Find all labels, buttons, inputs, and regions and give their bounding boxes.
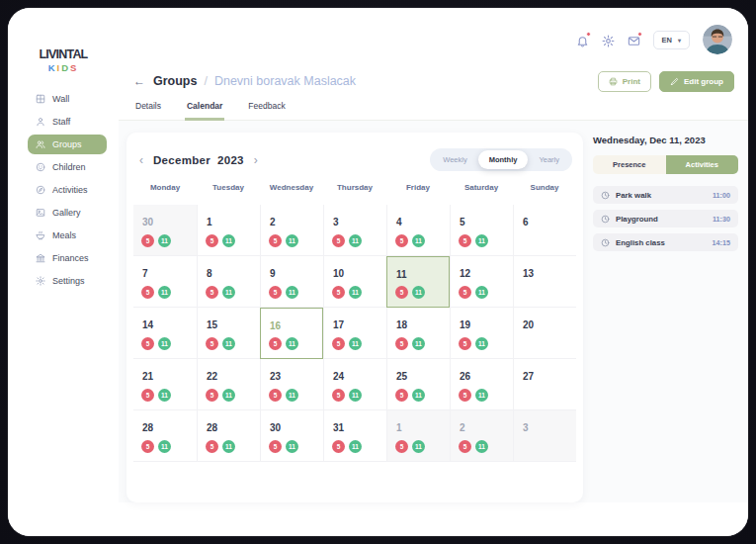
- day-number: 4: [396, 217, 402, 227]
- calendar-day-cell[interactable]: 28511: [133, 410, 197, 462]
- calendar-day-cell[interactable]: 27: [513, 359, 576, 410]
- calendar-day-cell[interactable]: 25511: [386, 359, 450, 410]
- mail-button[interactable]: [628, 34, 640, 46]
- sidebar-item-children[interactable]: Children: [28, 157, 107, 177]
- tab-details[interactable]: Details: [133, 97, 163, 121]
- brand-sub: kids: [8, 62, 119, 73]
- sidebar-item-activities[interactable]: Activities: [28, 180, 107, 200]
- calendar-day-cell[interactable]: 2511: [260, 205, 323, 256]
- calendar-day-cell[interactable]: 1511: [197, 205, 260, 256]
- view-toggle: WeeklyMonthlyYearly: [430, 148, 572, 171]
- calendar-day-cell[interactable]: 8511: [197, 256, 260, 308]
- sidebar-item-wall[interactable]: Wall: [28, 89, 107, 109]
- calendar-day-cell[interactable]: 24511: [323, 359, 386, 410]
- calendar-day-cell[interactable]: 21511: [133, 359, 197, 410]
- tab-feedback[interactable]: Feedback: [246, 97, 287, 121]
- activity-list-item[interactable]: Playground11:30: [593, 210, 738, 227]
- green-count-badge: 11: [475, 337, 488, 350]
- back-arrow-icon[interactable]: ←: [133, 74, 145, 88]
- activity-list-item[interactable]: Park walk11:00: [593, 186, 738, 204]
- sidebar-item-staff[interactable]: Staff: [28, 112, 107, 132]
- day-number: 9: [270, 268, 276, 279]
- avatar[interactable]: [703, 25, 732, 54]
- next-month-icon[interactable]: ›: [254, 154, 258, 166]
- view-weekly[interactable]: Weekly: [432, 150, 477, 169]
- language-select[interactable]: EN ▾: [653, 31, 690, 49]
- calendar-day-cell[interactable]: 6: [513, 205, 576, 256]
- sidebar-item-finances[interactable]: Finances: [28, 248, 107, 268]
- gear-icon: [602, 35, 615, 47]
- day-badges: 511: [269, 389, 298, 402]
- wall-icon: [36, 94, 45, 104]
- calendar-day-cell[interactable]: 18511: [386, 308, 450, 359]
- calendar-day-cell[interactable]: 30511: [260, 410, 323, 462]
- calendar-day-cell[interactable]: 3511: [323, 205, 386, 256]
- weekday-label: Saturday: [450, 183, 513, 203]
- activity-name: Park walk: [616, 191, 707, 200]
- day-detail-panel: Wednesday, Dec 11, 2023 PresenceActiviti…: [593, 133, 738, 502]
- red-count-badge: 5: [269, 440, 282, 453]
- green-count-badge: 11: [475, 389, 488, 402]
- brand-logo: LIVINTAL kids: [8, 47, 119, 73]
- print-button[interactable]: Print: [598, 71, 651, 92]
- weekday-header: MondayTuesdayWednesdayThursdayFridaySatu…: [133, 183, 576, 203]
- edit-group-button[interactable]: Edit group: [659, 71, 734, 92]
- calendar-day-cell[interactable]: 15511: [197, 308, 260, 359]
- view-yearly[interactable]: Yearly: [528, 150, 570, 169]
- view-monthly[interactable]: Monthly: [478, 150, 529, 169]
- calendar-day-cell[interactable]: 11511: [386, 256, 450, 308]
- day-badges: 511: [332, 337, 362, 350]
- calendar-day-cell[interactable]: 23511: [260, 359, 323, 410]
- calendar-day-cell[interactable]: 1511: [386, 410, 450, 462]
- calendar-header: ‹ December 2023 › WeeklyMonthlyYearly: [133, 142, 576, 175]
- calendar-day-cell[interactable]: 9511: [260, 256, 323, 308]
- calendar-day-cell[interactable]: 4511: [386, 205, 450, 256]
- tab-calendar[interactable]: Calendar: [185, 97, 224, 121]
- panel-tab-presence[interactable]: Presence: [593, 155, 666, 174]
- avatar-image: [703, 25, 732, 54]
- day-badges: 511: [332, 440, 362, 453]
- day-badges: 511: [269, 234, 298, 247]
- weekday-label: Tuesday: [197, 183, 260, 203]
- sidebar-item-gallery[interactable]: Gallery: [28, 203, 107, 223]
- chevron-down-icon: ▾: [678, 37, 681, 44]
- activities-icon: [36, 185, 45, 195]
- calendar-day-cell[interactable]: 28511: [197, 410, 260, 462]
- panel-tab-activities[interactable]: Activities: [666, 155, 739, 174]
- sidebar: LIVINTAL kids WallStaffGroupsChildrenAct…: [8, 8, 119, 536]
- day-badges: 511: [141, 234, 171, 247]
- calendar-day-cell[interactable]: 10511: [323, 256, 386, 308]
- calendar-day-cell[interactable]: 14511: [133, 308, 197, 359]
- calendar-day-cell[interactable]: 22511: [197, 359, 260, 410]
- notification-dot: [586, 32, 591, 37]
- calendar-day-cell[interactable]: 3: [513, 410, 576, 462]
- calendar-day-cell[interactable]: 31511: [323, 410, 386, 462]
- calendar-day-cell[interactable]: 17511: [323, 308, 386, 359]
- calendar-day-cell[interactable]: 26511: [450, 359, 513, 410]
- sidebar-item-groups[interactable]: Groups: [28, 135, 107, 154]
- calendar-day-cell[interactable]: 16511: [260, 308, 323, 359]
- calendar-day-cell[interactable]: 7511: [133, 256, 197, 308]
- sidebar-item-meals[interactable]: Meals: [28, 226, 107, 245]
- calendar-day-cell[interactable]: 19511: [450, 308, 513, 359]
- breadcrumb-groups[interactable]: Groups: [153, 74, 197, 88]
- activity-list-item[interactable]: English class14:15: [593, 233, 738, 251]
- red-count-badge: 5: [395, 234, 408, 247]
- sidebar-item-label: Activities: [52, 185, 88, 195]
- day-number: 1: [207, 217, 212, 227]
- sidebar-item-settings[interactable]: Settings: [28, 271, 107, 291]
- prev-month-icon[interactable]: ‹: [139, 154, 143, 166]
- clock-icon: [601, 191, 610, 200]
- gear-button[interactable]: [602, 34, 615, 46]
- calendar-day-cell[interactable]: 30511: [133, 205, 197, 256]
- calendar-day-cell[interactable]: 2511: [450, 410, 513, 462]
- calendar-grid: 3051115112511351145115511675118511951110…: [133, 205, 576, 462]
- bell-button[interactable]: [576, 34, 589, 46]
- weekday-label: Monday: [133, 183, 197, 203]
- red-count-badge: 5: [206, 286, 218, 299]
- calendar-day-cell[interactable]: 12511: [450, 256, 513, 308]
- calendar-day-cell[interactable]: 20: [513, 308, 576, 359]
- calendar-day-cell[interactable]: 13: [513, 256, 576, 308]
- green-count-badge: 11: [412, 389, 425, 402]
- calendar-day-cell[interactable]: 5511: [450, 205, 513, 256]
